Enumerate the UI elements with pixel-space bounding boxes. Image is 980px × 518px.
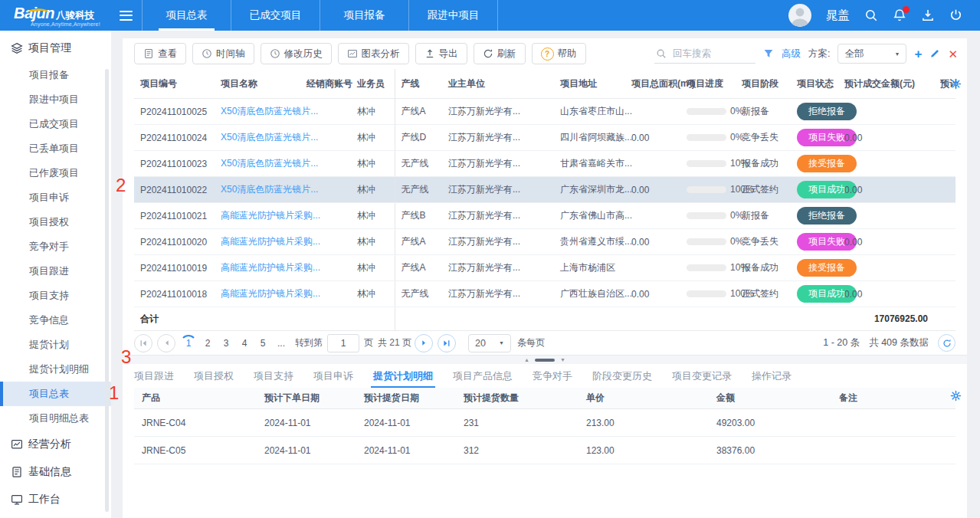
page-number-1[interactable]: 1 [180, 335, 197, 352]
toolbar-button-6[interactable]: 刷新 [474, 43, 526, 64]
sidebar-item-9[interactable]: 项目跟进 [0, 259, 111, 284]
collapse-up-icon[interactable]: ▲ [524, 357, 529, 362]
goto-page-input[interactable] [327, 334, 359, 352]
toolbar-button-4[interactable]: 图表分析 [338, 43, 409, 64]
project-name-link[interactable]: X50清底色防蓝光镜片... [221, 158, 318, 169]
project-name-link[interactable]: X50清底色防蓝光镜片... [221, 106, 318, 116]
sidebar-item-3[interactable]: 已成交项目 [0, 112, 111, 136]
sidebar-section-2[interactable]: 基础信息 [0, 458, 111, 486]
cell-owner: 江苏万新光学有... [442, 203, 554, 229]
bell-icon[interactable] [893, 8, 906, 22]
add-scheme-button[interactable]: + [914, 48, 922, 61]
refresh-data-button[interactable] [938, 334, 955, 352]
detail-tab-7[interactable]: 竞争对手 [533, 364, 572, 388]
detail-tab-10[interactable]: 操作记录 [752, 364, 792, 388]
user-name[interactable]: 晁盖 [826, 8, 850, 24]
toolbar-button-5[interactable]: 导出 [415, 43, 467, 64]
sidebar-section-3[interactable]: 工作台 [0, 486, 111, 513]
sidebar-item-10[interactable]: 项目支持 [0, 284, 111, 308]
sidebar-item-6[interactable]: 项目申诉 [0, 185, 111, 210]
top-tab-4[interactable]: 跟进中项目 [409, 0, 498, 31]
cell-address: 甘肃省嘉峪关市... [554, 151, 625, 177]
detail-tab-3[interactable]: 项目支持 [254, 364, 293, 388]
prev-page-button[interactable] [157, 334, 175, 352]
detail-tab-5[interactable]: 提货计划明细 [373, 364, 433, 388]
page-number-5[interactable]: 5 [255, 338, 270, 349]
scheme-select[interactable]: 全部 ▼ [837, 44, 906, 64]
search-icon[interactable] [864, 8, 878, 22]
project-name-link[interactable]: 高能蓝光防护镜片采购... [221, 236, 320, 247]
app-logo[interactable]: Bajun八骏科技 Anyone,Anytime,Anywhere! [0, 5, 113, 27]
page-number-3[interactable]: 3 [218, 338, 234, 349]
download-icon[interactable] [921, 8, 935, 22]
menu-toggle-icon[interactable] [120, 11, 133, 21]
project-name-link[interactable]: 高能蓝光防护镜片采购... [221, 210, 320, 221]
table-row[interactable]: P202411010021高能蓝光防护镜片采购...林冲产线B江苏万新光学有..… [134, 203, 955, 229]
column-settings-icon[interactable] [950, 78, 962, 93]
toolbar-button-1[interactable]: 查看 [134, 43, 186, 64]
table-row[interactable]: P202411010018高能蓝光防护镜片采购...林冲无产线江苏万新光学有..… [134, 281, 955, 307]
toolbar-button-7[interactable]: ?帮助 [532, 43, 586, 64]
detail-tab-9[interactable]: 项目变更记录 [672, 364, 732, 388]
top-tab-1[interactable]: 项目总表 [143, 0, 231, 31]
power-icon[interactable] [949, 8, 963, 22]
first-page-button[interactable] [134, 334, 152, 352]
sidebar-item-14[interactable]: 项目总表 [0, 382, 111, 406]
filter-icon[interactable] [763, 48, 774, 59]
sidebar-item-15[interactable]: 项目明细总表 [0, 406, 111, 431]
sidebar-item-4[interactable]: 已丢单项目 [0, 136, 111, 161]
toolbar-button-2[interactable]: 时间轴 [192, 43, 254, 64]
page-size-select[interactable]: 20 ▼ [468, 334, 511, 352]
sidebar-section-1[interactable]: 经营分析 [0, 431, 111, 458]
page-number-4[interactable]: 4 [237, 338, 252, 349]
avatar[interactable] [788, 4, 811, 27]
detail-row[interactable]: JRNE-C042024-11-012024-11-01231213.00492… [134, 409, 955, 437]
table-row[interactable]: P202411010019高能蓝光防护镜片采购...林冲产线A江苏万新光学有..… [134, 255, 955, 281]
table-row[interactable]: P202411010025X50清底色防蓝光镜片...林冲产线A江苏万新光学有.… [134, 99, 955, 125]
sidebar-item-1[interactable]: 项目报备 [0, 63, 111, 87]
table-row[interactable]: P202411010023X50清底色防蓝光镜片...林冲无产线江苏万新光学有.… [134, 151, 955, 177]
sidebar-item-8[interactable]: 竞争对手 [0, 234, 111, 259]
sidebar-item-7[interactable]: 项目授权 [0, 210, 111, 234]
top-tab-2[interactable]: 已成交项目 [231, 0, 320, 31]
search-input[interactable] [671, 48, 754, 60]
next-page-button[interactable] [415, 334, 433, 352]
collapse-down-icon[interactable]: ▼ [560, 357, 565, 362]
panel-splitter[interactable]: ▲ ▼ [123, 355, 967, 364]
detail-tab-1[interactable]: 项目跟进 [134, 364, 174, 388]
sidebar-item-12[interactable]: 提货计划 [0, 333, 111, 357]
detail-column-settings-icon[interactable] [950, 390, 962, 405]
table-row[interactable]: P202411010024X50清底色防蓝光镜片...林冲产线D江苏万新光学有.… [134, 125, 955, 151]
sidebar-scrollbar[interactable] [105, 69, 109, 512]
splitter-handle[interactable] [535, 359, 555, 362]
cell-area: 0.00 [625, 229, 680, 255]
detail-tab-6[interactable]: 项目产品信息 [453, 364, 513, 388]
top-tab-3[interactable]: 项目报备 [320, 0, 409, 31]
detail-tab-2[interactable]: 项目授权 [194, 364, 234, 388]
detail-row[interactable]: JRNE-C052024-11-012024-11-01312123.00383… [134, 437, 955, 464]
detail-tab-4[interactable]: 项目申诉 [313, 364, 353, 388]
page-number-2[interactable]: 2 [200, 338, 215, 349]
edit-scheme-icon[interactable] [929, 48, 940, 59]
sidebar-item-13[interactable]: 提货计划明细 [0, 357, 111, 382]
sidebar-item-2[interactable]: 跟进中项目 [0, 87, 111, 112]
toolbar-button-3[interactable]: 修改历史 [261, 43, 332, 64]
advanced-link[interactable]: 高级 [782, 48, 801, 61]
cell-project-id: P202411010021 [134, 203, 215, 229]
detail-table: 产品预计下单日期预计提货日期预计提货数量单价金额备注 JRNE-C042024-… [134, 388, 955, 464]
detail-tab-8[interactable]: 阶段变更历史 [592, 364, 652, 388]
table-row[interactable]: P202411010022X50清底色防蓝光镜片...林冲无产线江苏万新光学有.… [134, 177, 955, 203]
table-row[interactable]: P202411010020高能蓝光防护镜片采购...林冲产线A江苏万新光学有..… [134, 229, 955, 255]
project-name-link[interactable]: 高能蓝光防护镜片采购... [221, 288, 320, 299]
column-header-label: 经销商账号 [306, 78, 352, 89]
last-page-button[interactable] [438, 334, 456, 352]
sidebar-item-5[interactable]: 已作废项目 [0, 161, 111, 185]
project-name-link[interactable]: 高能蓝光防护镜片采购... [221, 262, 320, 273]
delete-scheme-button[interactable]: ✕ [948, 48, 958, 60]
sidebar-group-projects[interactable]: 项目管理 [0, 34, 111, 63]
sidebar-item-11[interactable]: 竞争信息 [0, 308, 111, 333]
page-number-...[interactable]: ... [274, 338, 289, 349]
project-name-link[interactable]: X50清底色防蓝光镜片... [221, 184, 318, 195]
project-name-link[interactable]: X50清底色防蓝光镜片... [221, 132, 318, 143]
clock-icon [202, 48, 212, 59]
